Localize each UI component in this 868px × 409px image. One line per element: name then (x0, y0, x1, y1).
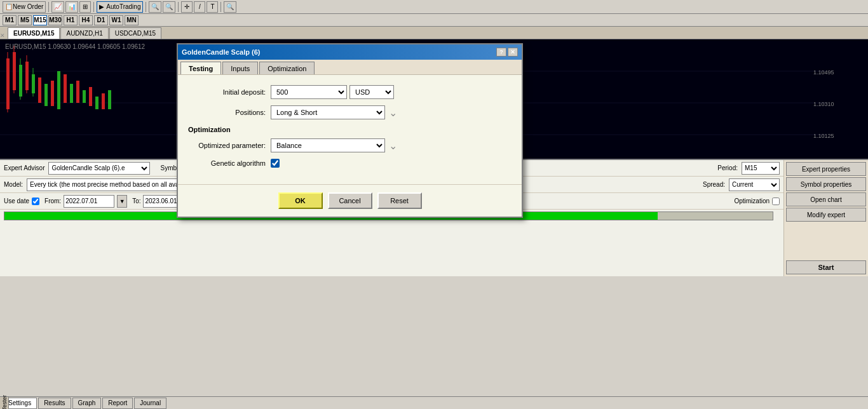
ok-button[interactable]: OK (278, 192, 323, 209)
optimized-parameter-row: Optimized parameter: Balance Profit Fact… (188, 138, 512, 152)
modal-close-button[interactable]: ✕ (508, 48, 518, 57)
initial-deposit-select[interactable]: 500 (271, 85, 347, 99)
modal-content: Initial deposit: 500 USD EUR GBP Positio… (178, 75, 522, 184)
cancel-button[interactable]: Cancel (328, 192, 372, 209)
positions-dropdown-icon: ⌄ (389, 107, 397, 119)
modal-titlebar-buttons: ? ✕ (496, 48, 518, 57)
genetic-algorithm-row: Genetic algorithm (188, 159, 512, 168)
genetic-algorithm-label: Genetic algorithm (188, 159, 271, 167)
modal-help-button[interactable]: ? (496, 48, 506, 57)
modal-tab-testing[interactable]: Testing (180, 62, 221, 74)
genetic-algorithm-checkbox[interactable] (271, 159, 280, 168)
initial-deposit-label: Initial deposit: (188, 88, 271, 96)
currency-select[interactable]: USD EUR GBP (349, 85, 394, 99)
modal-dialog: GoldenCandle Scalp (6) ? ✕ Testing Input… (177, 43, 523, 218)
optimization-section-label: Optimization (188, 126, 512, 133)
optimized-dropdown-icon: ⌄ (389, 140, 397, 152)
reset-button[interactable]: Reset (377, 192, 422, 209)
modal-titlebar: GoldenCandle Scalp (6) ? ✕ (178, 44, 522, 60)
modal-buttons: OK Cancel Reset (178, 184, 522, 217)
modal-tab-inputs[interactable]: Inputs (222, 62, 258, 74)
positions-label: Positions: (188, 109, 271, 116)
optimized-parameter-select[interactable]: Balance Profit Factor Expected Payoff Ma… (271, 138, 385, 152)
initial-deposit-row: Initial deposit: 500 USD EUR GBP (188, 85, 512, 99)
modal-tab-optimization[interactable]: Optimization (259, 62, 315, 74)
optimization-section: Optimization Optimized parameter: Balanc… (188, 126, 512, 168)
modal-title: GoldenCandle Scalp (6) (182, 48, 260, 56)
positions-select[interactable]: Long & Short Long only Short only (271, 105, 385, 119)
modal-overlay: GoldenCandle Scalp (6) ? ✕ Testing Input… (0, 0, 868, 409)
modal-tabs: Testing Inputs Optimization (178, 60, 522, 75)
optimized-parameter-label: Optimized parameter: (188, 142, 271, 149)
positions-row: Positions: Long & Short Long only Short … (188, 105, 512, 119)
